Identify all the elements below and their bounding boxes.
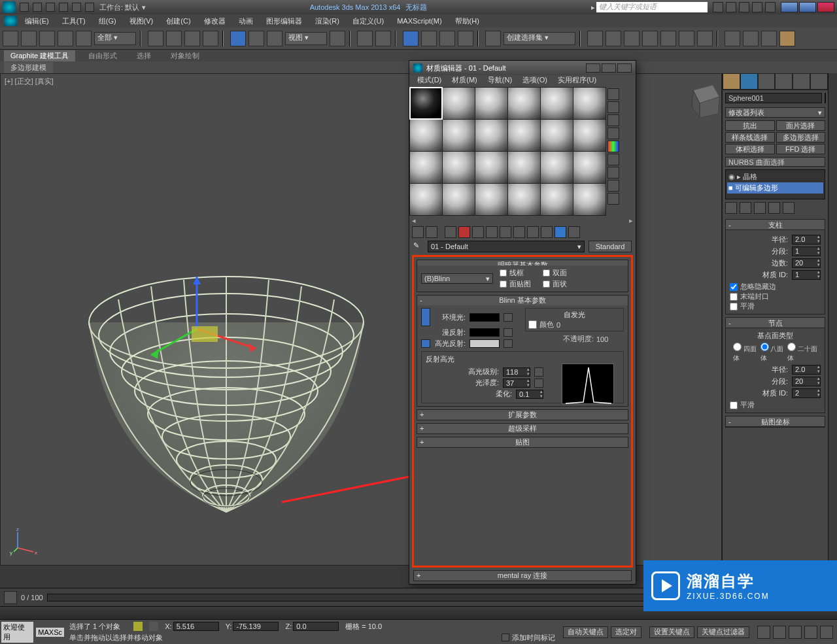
me-close-button[interactable] xyxy=(617,63,632,73)
menu-edit[interactable]: 编辑(E) xyxy=(20,16,54,27)
go-forward-icon[interactable] xyxy=(568,226,580,238)
select-icon[interactable] xyxy=(148,31,163,46)
abs-rel-icon[interactable] xyxy=(149,622,158,631)
mod-btn-2[interactable]: 样条线选择 xyxy=(725,132,775,143)
mat-map-nav-icon[interactable] xyxy=(607,193,619,205)
specular-swatch[interactable] xyxy=(470,339,500,348)
ribbon-tab-paint[interactable]: 对象绘制 xyxy=(164,50,206,61)
next-frame-icon[interactable] xyxy=(804,626,817,639)
strut-radius-spinner[interactable]: 2.0 xyxy=(792,235,821,245)
modifier-stack[interactable]: ◉ ▸ 晶格 ■ 可编辑多边形 xyxy=(725,169,825,199)
me-menu-utilities[interactable]: 实用程序(U) xyxy=(554,75,600,87)
material-slot[interactable] xyxy=(573,120,606,151)
put-to-scene-icon[interactable] xyxy=(426,226,437,238)
select-by-mat-icon[interactable] xyxy=(607,180,619,192)
tab-utilities-icon[interactable] xyxy=(810,73,828,90)
scroll-right-icon[interactable]: ▸ xyxy=(629,216,633,225)
strut-segs-spinner[interactable]: 1 xyxy=(792,246,821,256)
tab-motion-icon[interactable] xyxy=(775,73,793,90)
opacity-spinner[interactable]: 100 xyxy=(596,335,621,343)
chk-smooth-node[interactable] xyxy=(730,401,738,409)
material-slot[interactable] xyxy=(410,120,442,151)
scale-icon[interactable] xyxy=(267,31,282,46)
selection-filter-dropdown[interactable]: 全部 ▾ xyxy=(94,32,136,45)
material-slot[interactable] xyxy=(508,184,540,215)
menu-animation[interactable]: 动画 xyxy=(233,16,258,27)
material-slot[interactable] xyxy=(573,88,606,119)
rollout-mapcoords-header[interactable]: 贴图坐标 xyxy=(726,416,825,427)
material-slot[interactable] xyxy=(508,120,540,151)
pick-material-icon[interactable]: ✎ xyxy=(413,241,424,252)
snap-toggle-icon[interactable] xyxy=(403,31,418,46)
me-minimize-button[interactable] xyxy=(586,63,600,73)
chk-ignore-hidden[interactable] xyxy=(730,283,738,291)
signin-icon[interactable] xyxy=(726,2,736,12)
manipulate-icon[interactable] xyxy=(357,31,373,46)
rollout-blinn-header[interactable]: Blinn 基本参数 xyxy=(417,296,628,305)
make-unique-icon[interactable] xyxy=(486,226,498,238)
ribbon-tab-selection[interactable]: 选择 xyxy=(130,50,158,61)
chk-end-caps[interactable] xyxy=(730,293,738,301)
mod-btn-5[interactable]: FFD 选择 xyxy=(776,144,826,154)
strut-sides-spinner[interactable]: 20 xyxy=(792,258,821,268)
curve-editor-icon[interactable] xyxy=(660,31,676,46)
me-menu-options[interactable]: 选项(O) xyxy=(519,75,551,87)
coord-z[interactable]: 0.0 xyxy=(293,622,339,631)
rollout-supersample-header[interactable]: 超级采样 xyxy=(417,424,628,433)
qa-new-icon[interactable] xyxy=(20,3,29,12)
sample-type-icon[interactable] xyxy=(607,88,619,100)
material-slot[interactable] xyxy=(508,88,540,119)
layers-icon[interactable] xyxy=(624,31,640,46)
chk-wire[interactable] xyxy=(500,269,507,277)
mod-btn-0[interactable]: 抗出 xyxy=(725,120,775,131)
tab-display-icon[interactable] xyxy=(793,73,810,90)
spec-level-spinner[interactable]: 118 xyxy=(503,367,530,377)
menu-customize[interactable]: 自定义(U) xyxy=(347,16,389,27)
menu-create[interactable]: 创建(C) xyxy=(161,16,196,27)
chk-selfillum-color[interactable] xyxy=(528,320,537,329)
app-icon[interactable] xyxy=(3,1,16,13)
named-sel-edit-icon[interactable] xyxy=(485,31,501,46)
select-name-icon[interactable] xyxy=(166,31,182,46)
undo-icon[interactable] xyxy=(3,31,18,46)
go-parent-icon[interactable] xyxy=(555,226,566,238)
node-segs-spinner[interactable]: 20 xyxy=(792,377,821,386)
make-copy-icon[interactable] xyxy=(472,226,484,238)
percent-snap-icon[interactable] xyxy=(439,31,455,46)
lock-selection-icon[interactable] xyxy=(133,622,143,631)
bind-icon[interactable] xyxy=(76,31,92,46)
assign-to-sel-icon[interactable] xyxy=(445,226,456,238)
material-slot-1[interactable] xyxy=(410,88,442,119)
mod-btn-4[interactable]: 体积选择 xyxy=(725,144,775,154)
lock-ambient-diffuse-icon[interactable] xyxy=(421,308,430,326)
ambient-swatch[interactable] xyxy=(470,313,500,322)
viewport-label[interactable]: [+] [正交] [真实] xyxy=(5,76,54,86)
material-slot[interactable] xyxy=(443,120,475,151)
color-check-icon[interactable] xyxy=(607,141,619,152)
autokey-button[interactable]: 自动关键点 xyxy=(563,626,608,638)
material-slot[interactable] xyxy=(541,184,573,215)
show-end-result-icon[interactable] xyxy=(541,226,553,238)
spec-level-map-button[interactable] xyxy=(534,367,543,377)
radio-icosa[interactable]: 二十面 体 xyxy=(787,343,817,363)
object-color-swatch[interactable] xyxy=(825,93,826,103)
ambient-map-button[interactable] xyxy=(504,313,513,322)
menu-views[interactable]: 视图(V) xyxy=(124,16,159,27)
close-button[interactable] xyxy=(817,2,834,12)
window-crossing-icon[interactable] xyxy=(203,31,218,46)
sample-uv-icon[interactable] xyxy=(607,127,619,139)
pin-stack-icon[interactable] xyxy=(725,202,737,214)
scroll-left-icon[interactable]: ◂ xyxy=(412,216,416,225)
teapot-render-icon[interactable] xyxy=(779,31,795,46)
soften-spinner[interactable]: 0.1 xyxy=(516,390,543,399)
goto-start-icon[interactable] xyxy=(757,626,770,639)
qa-redo-icon[interactable] xyxy=(72,3,81,12)
qa-undo-icon[interactable] xyxy=(59,3,68,12)
menu-help[interactable]: 帮助(H) xyxy=(450,16,485,27)
move-icon[interactable] xyxy=(230,31,246,46)
material-slot[interactable] xyxy=(410,152,442,183)
keyboard-shortcut-icon[interactable] xyxy=(375,31,391,46)
specular-map-button[interactable] xyxy=(504,339,513,348)
material-slot[interactable] xyxy=(475,152,507,183)
qa-link-icon[interactable] xyxy=(85,3,94,12)
